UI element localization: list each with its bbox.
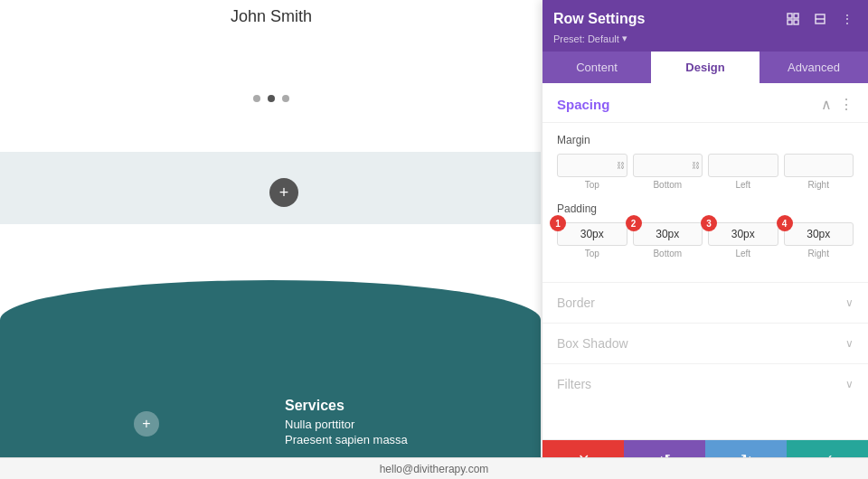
spacing-section-header: Spacing ∧ ⋮: [542, 83, 868, 123]
margin-right-label: Right: [808, 180, 829, 190]
preset-dropdown-icon[interactable]: ▾: [622, 33, 627, 44]
dot-1: [253, 95, 260, 102]
margin-right-col: Right: [784, 154, 854, 190]
filters-section: Filters ∨: [542, 363, 868, 404]
spacing-title: Spacing: [557, 97, 609, 112]
tab-advanced[interactable]: Advanced: [760, 52, 868, 83]
margin-right-wrap: [784, 154, 854, 177]
margin-left-label: Left: [735, 180, 750, 190]
panel-title-row: Row Settings ⋮: [553, 9, 857, 29]
bottom-bar: hello@divitherapy.com: [0, 457, 868, 479]
border-header[interactable]: Border ∨: [542, 283, 868, 323]
email-text: hello@divitherapy.com: [380, 463, 489, 475]
padding-right-col: 4 Right: [784, 222, 854, 258]
page-person-name: John Smith: [231, 7, 312, 26]
row-settings-panel: Row Settings ⋮: [542, 0, 868, 479]
filters-chevron-icon: ∨: [845, 378, 854, 390]
padding-top-input[interactable]: [557, 222, 627, 246]
tab-content[interactable]: Content: [542, 52, 651, 83]
padding-left-wrap: [708, 222, 778, 246]
padding-right-label: Right: [808, 249, 829, 258]
border-section: Border ∨: [542, 282, 868, 323]
margin-bottom-label: Bottom: [653, 180, 682, 190]
margin-bottom-link-icon[interactable]: ⛓: [692, 161, 700, 170]
add-module-button[interactable]: +: [269, 178, 298, 207]
margin-bottom-wrap: ⛓: [633, 154, 703, 177]
box-shadow-chevron-icon: ∨: [845, 337, 854, 350]
filters-header[interactable]: Filters ∨: [542, 364, 868, 404]
margin-top-link-icon[interactable]: ⛓: [617, 161, 625, 170]
padding-top-label: Top: [585, 249, 599, 258]
margin-label: Margin: [557, 134, 854, 146]
spacing-section-controls: ∧ ⋮: [821, 96, 854, 113]
panel-header: Row Settings ⋮: [542, 0, 868, 52]
margin-left-wrap: [708, 154, 778, 177]
padding-right-input[interactable]: [784, 222, 854, 246]
add-section-button[interactable]: +: [134, 411, 159, 437]
padding-label: Padding: [557, 202, 854, 215]
svg-rect-1: [794, 14, 798, 18]
panel-body: Spacing ∧ ⋮ Margin ⛓ Top: [542, 83, 868, 439]
panel-header-icons: ⋮: [783, 9, 857, 29]
svg-rect-0: [788, 14, 792, 18]
padding-fields: 1 Top 2 Bottom 3: [557, 222, 854, 258]
padding-top-wrap: [557, 222, 627, 246]
padding-left-col: 3 Left: [708, 222, 778, 258]
services-item-2: Praesent sapien massa: [285, 433, 408, 446]
svg-rect-3: [794, 20, 798, 24]
svg-rect-2: [788, 20, 792, 24]
badge-4: 4: [777, 215, 793, 231]
border-chevron-icon: ∨: [845, 296, 854, 309]
padding-left-label: Left: [735, 249, 750, 258]
preset-label: Preset: Default: [553, 33, 619, 44]
expand-icon[interactable]: [810, 9, 830, 29]
margin-top-col: ⛓ Top: [557, 154, 627, 190]
margin-right-input[interactable]: [784, 154, 854, 177]
spacing-options-icon[interactable]: ⋮: [839, 96, 854, 113]
dot-2: [268, 95, 275, 102]
margin-fields: ⛓ Top ⛓ Bottom Left: [557, 154, 854, 190]
badge-2: 2: [626, 215, 642, 231]
border-title: Border: [557, 296, 595, 310]
margin-top-label: Top: [585, 180, 599, 190]
margin-left-input[interactable]: [708, 154, 778, 177]
box-shadow-title: Box Shadow: [557, 336, 628, 351]
box-shadow-section: Box Shadow ∨: [542, 323, 868, 363]
tab-design[interactable]: Design: [651, 52, 760, 83]
panel-title: Row Settings: [553, 11, 645, 27]
badge-1: 1: [550, 215, 566, 231]
collapse-icon[interactable]: ∧: [821, 96, 832, 113]
preset-row: Preset: Default ▾: [553, 33, 857, 52]
padding-bottom-col: 2 Bottom: [633, 222, 703, 258]
padding-left-input[interactable]: [708, 222, 778, 246]
dot-3: [282, 95, 289, 102]
services-title: Services: [285, 398, 408, 414]
dots-indicator: [253, 95, 289, 102]
more-options-icon[interactable]: ⋮: [837, 9, 857, 29]
badge-3: 3: [701, 215, 717, 231]
services-block: Services Nulla porttitor Praesent sapien…: [285, 398, 408, 448]
margin-left-col: Left: [708, 154, 778, 190]
page-background: John Smith + + Services Nulla porttitor …: [0, 0, 542, 479]
panel-tabs: Content Design Advanced: [542, 52, 868, 83]
padding-bottom-input[interactable]: [633, 222, 703, 246]
padding-top-col: 1 Top: [557, 222, 627, 258]
padding-bottom-wrap: [633, 222, 703, 246]
margin-bottom-col: ⛓ Bottom: [633, 154, 703, 190]
padding-bottom-label: Bottom: [653, 249, 682, 258]
fullscreen-icon[interactable]: [783, 9, 803, 29]
padding-right-wrap: [784, 222, 854, 246]
filters-title: Filters: [557, 377, 591, 391]
services-item-1: Nulla porttitor: [285, 418, 408, 431]
box-shadow-header[interactable]: Box Shadow ∨: [542, 324, 868, 363]
margin-top-wrap: ⛓: [557, 154, 627, 177]
spacing-content: Margin ⛓ Top ⛓ Bottom: [542, 123, 868, 282]
teal-section: [0, 280, 541, 479]
